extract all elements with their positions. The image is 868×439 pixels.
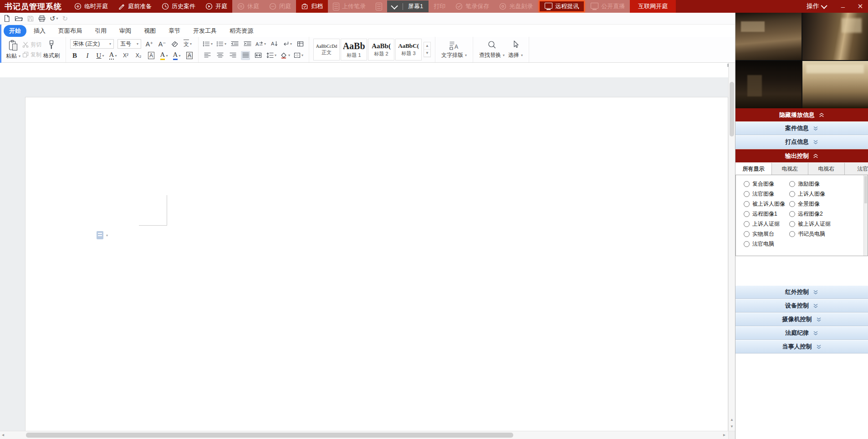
format-painter-button[interactable]: 格式刷 bbox=[41, 39, 61, 61]
tab-all-displays[interactable]: 所有显示 bbox=[735, 163, 772, 175]
superscript-button[interactable]: X² bbox=[121, 51, 130, 60]
menu-archive-button[interactable]: 归档 bbox=[296, 0, 328, 13]
numbered-list-button[interactable]: ▾ bbox=[216, 40, 226, 49]
radio-object-stand[interactable]: 实物展台 bbox=[744, 230, 789, 238]
menu-pretrial-prep-button[interactable]: 庭前准备 bbox=[113, 0, 157, 13]
tab-home[interactable]: 开始 bbox=[4, 25, 26, 37]
select-button[interactable]: 选择▾ bbox=[506, 39, 525, 60]
new-document-button[interactable] bbox=[4, 15, 10, 22]
tab-stop-button[interactable] bbox=[296, 40, 305, 49]
paste-button[interactable]: 粘贴▾ bbox=[4, 39, 22, 61]
increase-indent-button[interactable] bbox=[243, 40, 252, 49]
text-typeset-button[interactable]: A 文字排版▾ bbox=[439, 39, 469, 60]
character-shading-button[interactable]: A bbox=[185, 51, 194, 60]
menu-open-court-button[interactable]: 开庭 bbox=[200, 0, 232, 13]
styles-gallery-spinner[interactable]: ▲ ▼ bbox=[424, 42, 431, 57]
style-heading1[interactable]: AaBb 标题 1 bbox=[341, 39, 367, 61]
operation-dropdown[interactable]: 操作 bbox=[800, 2, 833, 10]
tab-insert[interactable]: 插入 bbox=[28, 25, 51, 37]
bold-button[interactable]: B bbox=[70, 51, 79, 60]
pinyin-guide-button[interactable]: 文▾ bbox=[183, 40, 192, 49]
radio-appellant-evidence[interactable]: 上诉人证据 bbox=[744, 220, 789, 228]
subscript-button[interactable]: X₂ bbox=[134, 51, 143, 60]
font-family-select[interactable]: 宋体 (正文) ▾ bbox=[70, 39, 114, 49]
open-file-button[interactable] bbox=[15, 15, 23, 22]
vertical-scrollbar[interactable]: ▲ ▼ bbox=[728, 63, 735, 431]
radio-remote-image-2[interactable]: 远程图像2 bbox=[789, 210, 848, 218]
document-page[interactable]: ▾ bbox=[25, 97, 728, 431]
scroll-right-icon[interactable]: ▸ bbox=[723, 432, 725, 437]
radio-clerk-computer[interactable]: 书记员电脑 bbox=[789, 230, 848, 238]
tab-docer-resources[interactable]: 稻壳资源 bbox=[224, 25, 259, 37]
radio-excitation-image[interactable]: 激励图像 bbox=[789, 180, 848, 188]
decrease-indent-button[interactable] bbox=[230, 40, 239, 49]
radio-appellant-image[interactable]: 上诉人图像 bbox=[789, 190, 848, 198]
radio-appellee-image[interactable]: 被上诉人图像 bbox=[744, 200, 789, 208]
section-case-info[interactable]: 案件信息 bbox=[735, 122, 868, 135]
decrease-font-button[interactable]: A⁻ bbox=[158, 40, 167, 49]
radio-judge-image[interactable]: 法官图像 bbox=[744, 190, 789, 198]
justify-button[interactable] bbox=[241, 51, 250, 60]
borders-button[interactable]: ▾ bbox=[294, 51, 303, 60]
screen-selector-dropdown[interactable]: 屏幕1 bbox=[387, 0, 429, 12]
section-party-control[interactable]: 当事人控制 bbox=[735, 340, 868, 353]
italic-button[interactable]: I bbox=[83, 51, 92, 60]
spin-up-icon[interactable]: ▲ bbox=[424, 42, 430, 50]
source-list-scrollbar-thumb[interactable] bbox=[864, 176, 867, 203]
minimize-button[interactable]: – bbox=[835, 0, 851, 13]
tab-review[interactable]: 审阅 bbox=[114, 25, 137, 37]
horizontal-scrollbar[interactable]: ◂ ▸ bbox=[0, 431, 728, 439]
horizontal-scrollbar-thumb[interactable] bbox=[26, 433, 513, 438]
clear-format-icon[interactable] bbox=[170, 40, 179, 49]
spin-down-icon[interactable]: ▼ bbox=[424, 50, 430, 57]
increase-font-button[interactable]: A⁺ bbox=[145, 40, 154, 49]
character-border-button[interactable]: A bbox=[147, 51, 156, 60]
line-spacing-button[interactable]: ▾ bbox=[266, 51, 276, 60]
video-feed-3[interactable] bbox=[735, 61, 802, 108]
close-button[interactable]: ✕ bbox=[853, 0, 868, 13]
style-normal[interactable]: AaBbCcDd 正文 bbox=[313, 39, 340, 61]
tab-tv-right[interactable]: 电视右 bbox=[808, 163, 845, 175]
style-heading3[interactable]: AaBbC( 标题 3 bbox=[395, 39, 422, 61]
radio-composite-image[interactable]: 复合图像 bbox=[744, 180, 789, 188]
highlight-color-button[interactable]: A▾ bbox=[159, 51, 168, 60]
section-infrared-control[interactable]: 红外控制 bbox=[735, 286, 868, 299]
paste-options-floatie[interactable]: ▾ bbox=[97, 231, 108, 239]
align-center-button[interactable] bbox=[215, 51, 225, 60]
video-feed-4[interactable] bbox=[802, 61, 868, 108]
line-break-button[interactable]: ▾ bbox=[282, 40, 292, 49]
font-size-select[interactable]: 五号 ▾ bbox=[117, 39, 141, 49]
section-hide-playback-info[interactable]: 隐藏播放信息 bbox=[735, 108, 868, 121]
print-button[interactable] bbox=[38, 15, 46, 22]
bullet-list-button[interactable]: ▾ bbox=[203, 40, 213, 49]
section-mark-info[interactable]: 打点信息 bbox=[735, 136, 868, 149]
vertical-scrollbar-thumb[interactable] bbox=[730, 82, 734, 136]
source-list-scrollbar[interactable] bbox=[863, 175, 868, 256]
tab-references[interactable]: 引用 bbox=[89, 25, 112, 37]
shading-button[interactable]: ▾ bbox=[280, 51, 290, 60]
radio-panorama-image[interactable]: 全景图像 bbox=[789, 200, 848, 208]
radio-appellee-evidence[interactable]: 被上诉人证据 bbox=[789, 220, 848, 228]
page-down-icon[interactable]: ▼ bbox=[729, 424, 735, 429]
menu-remote-arraignment-button[interactable]: 远程提讯 bbox=[539, 0, 585, 12]
radio-judge-computer[interactable]: 法官电脑 bbox=[744, 240, 789, 248]
menu-internet-court-button[interactable]: 互联网开庭 bbox=[630, 0, 676, 13]
radio-remote-image-1[interactable]: 远程图像1 bbox=[744, 210, 789, 218]
tab-tv-left[interactable]: 电视左 bbox=[772, 163, 808, 175]
section-court-discipline[interactable]: 法庭纪律 bbox=[735, 327, 868, 340]
style-heading2[interactable]: AaBb( 标题 2 bbox=[368, 39, 394, 61]
tab-dev-tools[interactable]: 开发工具 bbox=[188, 25, 222, 37]
word-tools-button[interactable]: A▾ bbox=[255, 40, 266, 49]
undo-button[interactable]: ↺▾ bbox=[50, 15, 58, 22]
emphasis-mark-button[interactable]: A▾ bbox=[108, 51, 117, 60]
section-output-control[interactable]: 输出控制 bbox=[735, 149, 868, 162]
section-camera-control[interactable]: 摄像机控制 bbox=[735, 313, 868, 326]
tab-judge[interactable]: 法官 bbox=[845, 163, 868, 175]
text-direction-button[interactable]: A bbox=[270, 40, 279, 49]
tab-view[interactable]: 视图 bbox=[138, 25, 161, 37]
align-right-button[interactable] bbox=[228, 51, 237, 60]
menu-temp-session-button[interactable]: 临时开庭 bbox=[69, 0, 113, 13]
tab-page-layout[interactable]: 页面布局 bbox=[53, 25, 87, 37]
scroll-left-icon[interactable]: ◂ bbox=[2, 432, 4, 437]
page-up-icon[interactable]: ▲ bbox=[729, 418, 735, 422]
